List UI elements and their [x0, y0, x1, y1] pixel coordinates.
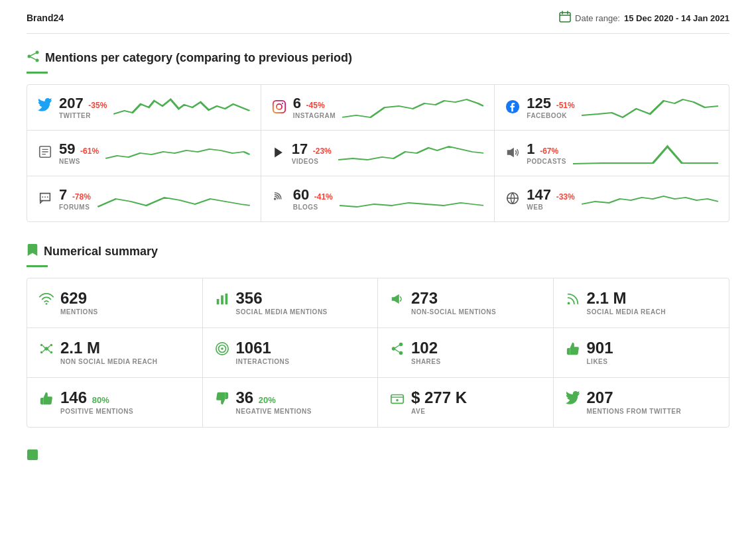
web-pct: -33%: [556, 192, 575, 202]
numerical-underline: [27, 265, 48, 267]
instagram-icon: [272, 99, 286, 116]
social-media-value: 356: [236, 290, 328, 306]
svg-point-42: [399, 351, 403, 355]
share-icon-2: [390, 341, 405, 359]
svg-rect-9: [273, 100, 284, 112]
svg-line-7: [31, 53, 36, 56]
svg-rect-26: [225, 294, 227, 305]
facebook-sparkline: [582, 94, 718, 121]
podcasts-count: 1: [527, 141, 535, 157]
twitter-info: 207 -35% TWITTER: [59, 96, 107, 119]
numerical-section-title: Numerical summary: [27, 243, 729, 260]
non-social-reach-label: NON SOCIAL MEDIA REACH: [60, 358, 158, 365]
svg-point-41: [392, 347, 396, 351]
mentions-label: MENTIONS: [60, 308, 98, 316]
dollar-icon: [390, 391, 405, 409]
category-twitter: 207 -35% TWITTER: [27, 85, 261, 130]
forums-pct: -78%: [72, 192, 91, 202]
instagram-sparkline: [342, 94, 483, 121]
target-icon: [215, 341, 229, 359]
calendar-icon: [559, 11, 571, 25]
svg-point-5: [28, 55, 31, 58]
podcasts-icon: [505, 145, 520, 162]
svg-point-31: [40, 351, 43, 354]
svg-rect-48: [27, 449, 38, 460]
web-icon: [505, 191, 520, 207]
web-count-row: 147 -33%: [527, 188, 574, 202]
stat-non-social-text: 273 NON-SOCIAL MENTIONS: [411, 290, 496, 316]
positive-value: 146: [60, 388, 87, 406]
content-icon: [27, 449, 38, 464]
thumbs-down-icon: [215, 391, 229, 409]
svg-marker-17: [275, 147, 283, 157]
top-bar: Brand24 Date range: 15 Dec 2020 - 14 Jan…: [27, 11, 729, 34]
negative-pct: 20%: [259, 395, 276, 405]
news-sparkline: [105, 140, 250, 166]
instagram-info: 6 -45% INSTAGRAM: [293, 96, 336, 119]
stat-social-reach-text: 2.1 M SOCIAL MEDIA REACH: [587, 290, 666, 316]
facebook-icon: [505, 99, 520, 116]
bar-chart-icon: [215, 292, 229, 310]
twitter-mentions-value: 207: [587, 390, 682, 406]
forums-info: 7 -78% FORUMS: [59, 188, 91, 211]
mentions-grid: 207 -35% TWITTER: [27, 84, 729, 222]
stat-likes-text: 901 LIKES: [587, 340, 613, 365]
megaphone-icon: [390, 292, 405, 310]
forums-count-row: 7 -78%: [59, 188, 91, 202]
svg-rect-24: [216, 299, 219, 304]
mentions-row-1: 207 -35% TWITTER: [27, 85, 729, 131]
mentions-value: 629: [60, 290, 98, 306]
blogs-sparkline: [340, 186, 484, 212]
svg-point-11: [282, 102, 283, 103]
news-count: 59: [59, 141, 75, 157]
stat-non-social-reach-text: 2.1 M NON SOCIAL MEDIA REACH: [60, 340, 158, 365]
bookmark-icon: [27, 243, 38, 260]
shares-label: SHARES: [411, 358, 441, 365]
category-forums: 7 -78% FORUMS: [27, 176, 261, 221]
category-videos: 17 -23% VIDEOS: [261, 131, 495, 176]
videos-label: VIDEOS: [292, 158, 332, 165]
numerical-row-1: 629 MENTIONS 356 SOCIAL MEDIA MENTIONS: [27, 278, 729, 328]
negative-count-row: 36 20%: [236, 390, 312, 406]
share-icon: [27, 50, 40, 66]
svg-line-8: [31, 57, 36, 60]
negative-value: 36: [236, 388, 254, 406]
stat-social-media: 356 SOCIAL MEDIA MENTIONS: [203, 278, 379, 327]
thumbs-up-positive-icon: [39, 391, 54, 409]
videos-count: 17: [292, 141, 308, 157]
web-info: 147 -33% WEB: [527, 188, 574, 211]
wifi-icon: [39, 292, 54, 310]
stat-mentions-text: 629 MENTIONS: [60, 290, 98, 316]
svg-line-35: [43, 349, 46, 352]
category-news: 59 -61% NEWS: [27, 131, 261, 176]
likes-value: 901: [587, 340, 613, 356]
svg-point-27: [567, 302, 570, 305]
videos-pct: -23%: [313, 147, 332, 156]
blogs-info: 60 -41% BLOGS: [293, 188, 333, 211]
svg-line-34: [48, 345, 50, 348]
stat-shares: 102 SHARES: [378, 328, 554, 377]
stat-social-media-text: 356 SOCIAL MEDIA MENTIONS: [236, 290, 328, 316]
facebook-info: 125 -51% FACEBOOK: [527, 96, 574, 119]
forums-count: 7: [59, 186, 67, 203]
category-web: 147 -33% WEB: [495, 176, 729, 221]
negative-label: NEGATIVE MENTIONS: [236, 408, 312, 415]
instagram-count: 6: [293, 95, 301, 111]
numerical-grid: 629 MENTIONS 356 SOCIAL MEDIA MENTIONS: [27, 278, 729, 428]
stat-negative-text: 36 20% NEGATIVE MENTIONS: [236, 390, 312, 415]
podcasts-sparkline: [573, 140, 718, 166]
svg-line-33: [43, 345, 46, 348]
svg-line-36: [48, 349, 50, 352]
numerical-row-2: 2.1 M NON SOCIAL MEDIA REACH 1061 INTERA…: [27, 328, 729, 378]
stat-ave-text: $ 277 K AVE: [411, 390, 467, 415]
svg-line-43: [395, 345, 399, 348]
stat-non-social: 273 NON-SOCIAL MENTIONS: [378, 278, 554, 327]
podcasts-pct: -67%: [540, 147, 558, 156]
non-social-label: NON-SOCIAL MENTIONS: [411, 308, 496, 316]
twitter-label: TWITTER: [59, 112, 107, 119]
mentions-row-2: 59 -61% NEWS 17: [27, 131, 729, 176]
stat-shares-text: 102 SHARES: [411, 340, 441, 365]
blogs-count-row: 60 -41%: [293, 188, 333, 202]
date-range: Date range: 15 Dec 2020 - 14 Jan 2021: [559, 11, 729, 25]
svg-point-20: [44, 196, 46, 198]
